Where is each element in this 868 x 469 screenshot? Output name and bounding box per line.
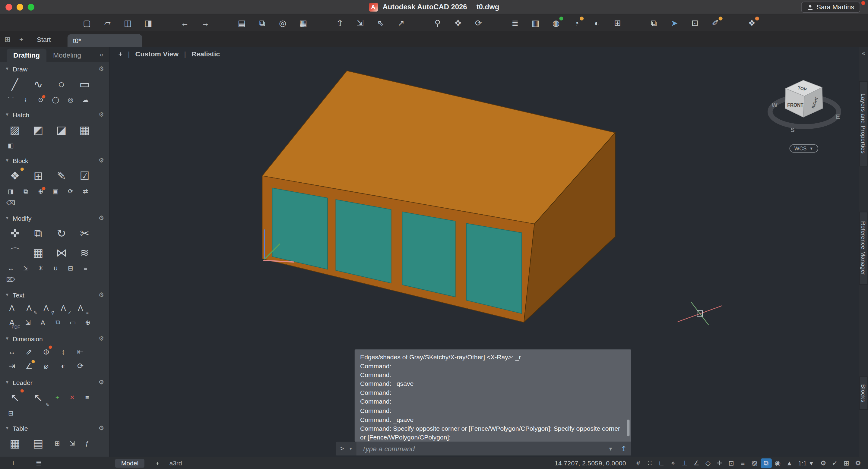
chevron-down-icon[interactable]: ▼	[5, 112, 10, 117]
save-as-icon[interactable]: ◨	[142, 17, 154, 29]
customization-gear-icon[interactable]: ⚙	[852, 458, 864, 468]
chevron-down-icon[interactable]: ▼	[5, 66, 10, 71]
layer-properties-icon[interactable]: ≣	[509, 17, 521, 29]
measure-icon[interactable]: ◔	[570, 17, 582, 29]
panels-collapse-button[interactable]: «	[862, 47, 865, 59]
data-link-tool[interactable]: ⊞	[52, 439, 63, 448]
tab-model-space[interactable]: Model	[115, 459, 145, 468]
spell-check-tool[interactable]: A✓	[56, 301, 70, 314]
gear-icon[interactable]: ⚙	[99, 335, 104, 342]
join-tool[interactable]: ∪	[50, 263, 62, 273]
side-tab-reference-manager[interactable]: Reference Manager	[859, 212, 868, 285]
grid-display-icon[interactable]: #	[633, 458, 644, 468]
viewcube[interactable]: W S E TOP FRONT RIGHT	[770, 80, 840, 133]
move-tool[interactable]: ✜	[5, 225, 25, 242]
dim-update-tool[interactable]: ⟳	[73, 359, 88, 372]
object-snap-icon[interactable]: ⊡	[726, 458, 737, 468]
spline-tool[interactable]: ≀	[20, 95, 32, 105]
match-properties-icon[interactable]: ▥	[529, 17, 541, 29]
viewport-menu-button[interactable]: +	[119, 51, 122, 58]
gear-icon[interactable]: ⚙	[99, 292, 104, 299]
convert-to-mtext-tool[interactable]: ⧉	[52, 317, 64, 327]
rotate-tool[interactable]: ↻	[52, 225, 71, 242]
pdf-text-import-tool[interactable]: APDF	[5, 315, 19, 328]
tab-document-active[interactable]: t0*	[67, 34, 142, 47]
table-tool[interactable]: ▦	[5, 435, 25, 453]
model-viewport[interactable]: W S E TOP FRONT RIGHT + | Custom View | …	[110, 47, 859, 457]
annotation-monitor-icon[interactable]: ✓	[829, 458, 841, 468]
dim-radius-tool[interactable]: ◐	[56, 359, 70, 372]
attach-reference-tool[interactable]: ⧉	[20, 186, 32, 196]
edit-block-tool[interactable]: ✎	[52, 167, 71, 185]
dim-aligned-tool[interactable]: ⇗	[22, 345, 36, 358]
redo-icon[interactable]: →	[199, 17, 211, 29]
circle-tool[interactable]: ○	[52, 75, 71, 93]
maximize-window-button[interactable]	[28, 4, 34, 10]
open-file-icon[interactable]: ▱	[101, 17, 114, 29]
collect-leaders-tool[interactable]: ⊟	[5, 408, 17, 418]
justify-text-tool[interactable]: A≡	[73, 301, 88, 314]
trim-tool[interactable]: ✂	[75, 225, 95, 242]
dim-vertical-tool[interactable]: ↕	[56, 345, 70, 358]
gear-icon[interactable]: ⚙	[99, 378, 104, 386]
mtext-tool[interactable]: A	[5, 301, 19, 314]
palette-menu-icon[interactable]: ≣	[33, 458, 44, 468]
tab-layout-a3rd[interactable]: a3rd	[169, 460, 182, 466]
lineweight-icon[interactable]: ≡	[737, 458, 749, 468]
snap-mode-icon[interactable]: ∷	[644, 458, 655, 468]
insert-block-tool[interactable]: ❖	[5, 167, 25, 185]
donut-tool[interactable]: ◎	[65, 95, 76, 105]
chevron-down-icon[interactable]: ▼	[5, 426, 10, 431]
count-icon[interactable]: ⊞	[611, 17, 623, 29]
fillet-tool[interactable]: ⌒	[5, 244, 25, 262]
point-tool[interactable]: ⊙	[35, 95, 47, 105]
markup-import-icon[interactable]: ✐	[709, 17, 721, 29]
command-input[interactable]: Type a command ▼ ↥	[356, 442, 631, 456]
multileader-tool[interactable]: ↖	[5, 389, 25, 407]
rectangle-tool[interactable]: ▭	[75, 75, 95, 93]
recent-commands-icon[interactable]: ▼	[608, 446, 613, 451]
text-frame-tool[interactable]: ▭	[67, 317, 79, 327]
line-tool[interactable]: ╱	[5, 75, 25, 93]
plot-icon[interactable]: ▤	[236, 17, 248, 29]
pan-icon[interactable]: ✥	[452, 17, 464, 29]
ortho-mode-icon[interactable]: ⊥	[679, 458, 690, 468]
command-history-scrollbar[interactable]	[627, 352, 629, 440]
table-style-tool[interactable]: ▤	[28, 435, 48, 453]
formula-tool[interactable]: ƒ	[82, 439, 93, 448]
chevron-down-icon[interactable]: ▼	[5, 215, 10, 221]
align-leaders-tool[interactable]: ≡	[82, 393, 93, 402]
share-drawing-icon[interactable]: ↗	[395, 17, 407, 29]
view-manager-icon[interactable]: ⊡	[689, 17, 701, 29]
tab-drafting[interactable]: Drafting	[7, 48, 46, 62]
boundary-tool[interactable]: ▦	[75, 121, 95, 139]
infer-constraints-icon[interactable]: ∟	[656, 458, 667, 468]
tab-modeling[interactable]: Modeling	[46, 48, 88, 62]
scale-tool[interactable]: ⇲	[20, 263, 32, 273]
export-dwf-icon[interactable]: ⇖	[375, 17, 386, 29]
remove-leader-tool[interactable]: ✕	[66, 393, 78, 402]
annotation-visibility-icon[interactable]: ◉	[772, 458, 783, 468]
autoscale-icon[interactable]: ▲	[784, 458, 795, 468]
edit-text-tool[interactable]: A✎	[22, 301, 36, 314]
isodraft-icon[interactable]: ◇	[703, 458, 714, 468]
revision-cloud-tool[interactable]: ☁	[80, 95, 91, 105]
viewcube-south[interactable]: S	[790, 127, 795, 133]
undo-icon[interactable]: ←	[179, 17, 191, 29]
replace-block-tool[interactable]: ⇄	[80, 186, 91, 196]
gear-icon[interactable]: ⚙	[99, 214, 104, 222]
purge-block-tool[interactable]: ⌫	[5, 198, 17, 208]
viewport-visual-style-control[interactable]: Realistic	[191, 51, 220, 58]
workspace-icon[interactable]: ⚙	[818, 458, 829, 468]
text-scale-tool[interactable]: ⇲	[22, 317, 34, 327]
palette-collapse-button[interactable]: «	[100, 51, 109, 62]
write-block-tool[interactable]: ◨	[5, 186, 17, 196]
tab-start[interactable]: Start	[37, 36, 51, 43]
copy-tool[interactable]: ⧉	[28, 225, 48, 242]
dim-continue-tool[interactable]: ⇥	[5, 359, 19, 372]
units-icon[interactable]: ⊞	[841, 458, 852, 468]
gear-icon[interactable]: ⚙	[99, 111, 104, 119]
sync-attributes-tool[interactable]: ⟳	[65, 186, 76, 196]
arc-tool[interactable]: ⌒	[5, 95, 17, 105]
combine-text-tool[interactable]: ⊕	[82, 317, 93, 327]
